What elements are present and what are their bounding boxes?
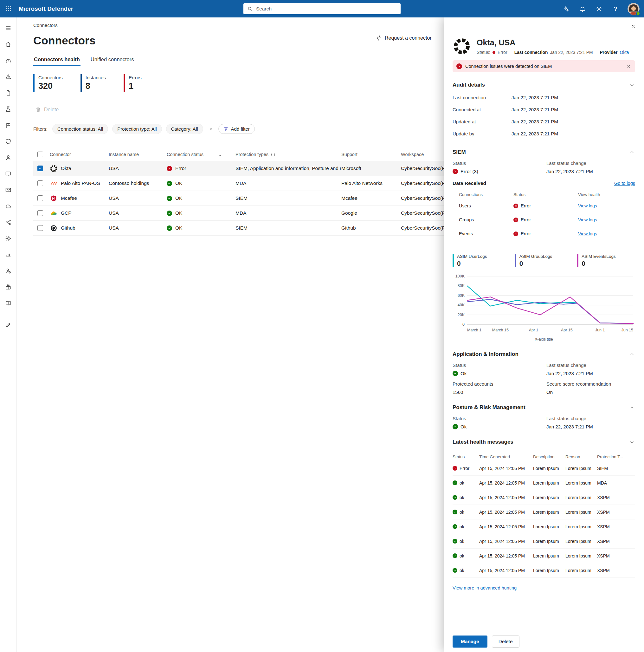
- badge-glyph: [168, 182, 171, 185]
- svg-text:0: 0: [463, 322, 465, 327]
- panel-delete-button[interactable]: Delete: [492, 635, 520, 648]
- row-checkbox[interactable]: [37, 195, 43, 201]
- row-checkbox[interactable]: [37, 225, 43, 231]
- health-reason-cell: Lorem Ipsum: [565, 539, 597, 544]
- badge-glyph: [168, 212, 171, 215]
- banner-close-button[interactable]: [626, 64, 631, 69]
- row-checkbox[interactable]: [37, 166, 43, 171]
- nav-investigations[interactable]: [0, 214, 17, 230]
- manage-button[interactable]: Manage: [453, 635, 487, 648]
- connections-column-view-health: View health: [578, 192, 635, 197]
- health-reason-cell: Lorem Ipsum: [565, 466, 597, 471]
- connector-cell: GCP: [50, 209, 109, 217]
- mcafee-logo: [50, 194, 58, 202]
- support-cell: Microsoft: [341, 166, 401, 171]
- nav-incidents-alerts[interactable]: [0, 69, 17, 85]
- nav-permissions[interactable]: [0, 263, 17, 279]
- column-header-protection-types[interactable]: Protection types: [235, 152, 341, 157]
- topbar-copilot-button[interactable]: [559, 2, 573, 16]
- nav-home[interactable]: [0, 36, 17, 52]
- siem-collapse-chevron[interactable]: [629, 149, 635, 155]
- health-time-cell: Apr 15, 2024 12:05 PM: [479, 466, 533, 471]
- asim-tile-value: 0: [582, 260, 635, 267]
- connections-column-status: Status: [513, 192, 578, 197]
- topbar-help-button[interactable]: ?: [609, 2, 622, 16]
- nav-hunting[interactable]: [0, 85, 17, 101]
- health-reason-cell: Lorem Ipsum: [565, 568, 597, 573]
- tab-connectors-health[interactable]: Connectors health: [33, 56, 81, 66]
- provider-link[interactable]: Okta: [620, 50, 629, 55]
- health-protection-type-cell: XSPM: [597, 568, 635, 573]
- view-logs-link[interactable]: View logs: [578, 203, 597, 208]
- app-launcher-button[interactable]: [0, 0, 18, 18]
- svg-text:Jun 15: Jun 15: [621, 328, 633, 332]
- topbar-notifications-button[interactable]: [576, 2, 589, 16]
- avatar[interactable]: [627, 3, 640, 15]
- health-time-cell: Apr 15, 2024 12:05 PM: [479, 568, 533, 573]
- badge-glyph: [168, 167, 171, 170]
- nav-email-collaboration[interactable]: [0, 182, 17, 198]
- view-more-link[interactable]: View more in advanced hunting: [453, 586, 516, 591]
- nav-learning-hub[interactable]: [0, 295, 17, 311]
- health-status-cell: ok: [453, 553, 479, 559]
- nav-reports[interactable]: [0, 246, 17, 263]
- nav-threat-intelligence[interactable]: [0, 117, 17, 133]
- health-collapse-chevron[interactable]: [629, 439, 635, 445]
- select-all-checkbox[interactable]: [37, 152, 43, 157]
- add-filter-button[interactable]: Add filter: [218, 124, 255, 134]
- column-header-connection-status[interactable]: Connection status: [167, 152, 235, 157]
- column-header-instance-name[interactable]: Instance name: [109, 152, 167, 157]
- stat-label: Connectors: [38, 75, 63, 80]
- clear-filters-button[interactable]: [207, 126, 214, 133]
- asim-tile-asim-eventslogs: ASIM EventsLogs0: [577, 254, 635, 267]
- column-header-support[interactable]: Support: [341, 152, 401, 157]
- siem-status-value: Error (3): [460, 169, 478, 174]
- ok-badge-icon: [167, 181, 172, 186]
- topbar-settings-button[interactable]: [592, 2, 606, 16]
- column-header-connector[interactable]: Connector: [50, 152, 109, 157]
- chart-series-asim-userlogs: [467, 286, 633, 323]
- go-to-logs-link[interactable]: Go to logs: [614, 181, 635, 186]
- nav-identities[interactable]: [0, 150, 17, 166]
- nav-system-settings[interactable]: [0, 230, 17, 246]
- chart-series-asim-eventslogs: [467, 297, 633, 323]
- nav-devices[interactable]: [0, 166, 17, 182]
- panel-close-button[interactable]: [629, 23, 637, 30]
- nav-cloud-apps[interactable]: [0, 198, 17, 214]
- protected-accounts-value: 1560: [453, 389, 463, 395]
- row-checkbox[interactable]: [37, 181, 43, 186]
- filter-pill[interactable]: Category: All: [166, 124, 203, 134]
- request-connector-button[interactable]: Request a connector: [374, 34, 433, 42]
- filter-pill[interactable]: Protection type: All: [112, 124, 162, 134]
- tab-unified-connectors[interactable]: Unified connectors: [90, 56, 135, 66]
- nav-security-operations[interactable]: [0, 52, 17, 69]
- nav-actions-submissions[interactable]: [0, 101, 17, 117]
- nav-feedback[interactable]: [0, 317, 17, 333]
- global-search[interactable]: [244, 3, 400, 14]
- health-status-cell: ok: [453, 481, 479, 486]
- asim-tile-label: ASIM UserLogs: [457, 254, 510, 259]
- nav-trials[interactable]: [0, 279, 17, 295]
- panel-footer: Manage Delete: [453, 630, 635, 652]
- health-protection-type-cell: MDA: [597, 481, 635, 486]
- identities-icon: [5, 155, 11, 161]
- breadcrumb[interactable]: Connectors: [33, 23, 58, 28]
- audit-collapse-chevron[interactable]: [629, 82, 635, 88]
- view-logs-link[interactable]: View logs: [578, 231, 597, 236]
- view-logs-link[interactable]: View logs: [578, 217, 597, 222]
- app-info-collapse-chevron[interactable]: [629, 351, 635, 357]
- health-time-cell: Apr 15, 2024 12:05 PM: [479, 539, 533, 544]
- search-input[interactable]: [255, 6, 397, 12]
- system-settings-icon: [5, 235, 11, 242]
- health-message-row: okApr 15, 2024 12:05 PMLorem IpsumLorem …: [453, 519, 635, 534]
- nav-menu-toggle[interactable]: [0, 20, 17, 36]
- svg-text:60K: 60K: [458, 293, 465, 298]
- nav-secure-score[interactable]: [0, 133, 17, 150]
- posture-heading: Posture & Risk Management: [453, 404, 526, 411]
- row-checkbox[interactable]: [37, 210, 43, 216]
- filter-pill[interactable]: Connection status: All: [52, 124, 108, 134]
- posture-collapse-chevron[interactable]: [629, 404, 635, 411]
- health-status-cell: ok: [453, 524, 479, 529]
- health-message-row: okApr 15, 2024 12:05 PMLorem IpsumLorem …: [453, 505, 635, 519]
- delete-button[interactable]: Delete: [33, 106, 60, 113]
